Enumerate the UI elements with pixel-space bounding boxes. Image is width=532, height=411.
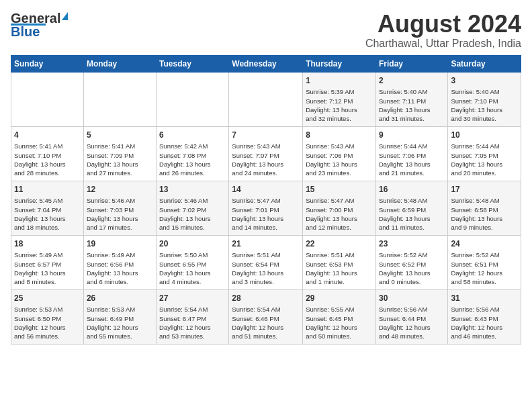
day-info: Sunrise: 5:54 AM Sunset: 6:47 PM Dayligh…: [159, 306, 211, 340]
title-block: August 2024 Charthawal, Uttar Pradesh, I…: [365, 11, 521, 50]
day-info: Sunrise: 5:40 AM Sunset: 7:11 PM Dayligh…: [379, 88, 431, 122]
day-number: 18: [14, 238, 81, 250]
day-info: Sunrise: 5:54 AM Sunset: 6:46 PM Dayligh…: [232, 306, 283, 340]
day-number: 1: [306, 75, 373, 87]
day-info: Sunrise: 5:43 AM Sunset: 7:06 PM Dayligh…: [306, 142, 357, 177]
day-info: Sunrise: 5:56 AM Sunset: 6:44 PM Dayligh…: [379, 306, 431, 340]
column-header-tuesday: Tuesday: [157, 55, 229, 72]
calendar-cell: 6Sunrise: 5:42 AM Sunset: 7:08 PM Daylig…: [157, 126, 229, 181]
day-info: Sunrise: 5:49 AM Sunset: 6:57 PM Dayligh…: [14, 251, 66, 285]
day-number: 27: [159, 293, 226, 304]
week-row-2: 4Sunrise: 5:41 AM Sunset: 7:10 PM Daylig…: [11, 126, 521, 181]
column-header-friday: Friday: [375, 55, 447, 72]
day-info: Sunrise: 5:48 AM Sunset: 6:58 PM Dayligh…: [451, 197, 502, 231]
calendar-cell: 23Sunrise: 5:52 AM Sunset: 6:52 PM Dayli…: [375, 235, 447, 289]
day-number: 15: [306, 184, 373, 195]
day-number: 11: [14, 184, 81, 195]
day-number: 17: [451, 184, 518, 195]
day-number: 9: [379, 130, 445, 141]
calendar-cell: 31Sunrise: 5:56 AM Sunset: 6:43 PM Dayli…: [448, 289, 521, 344]
day-number: 19: [87, 238, 153, 250]
day-info: Sunrise: 5:44 AM Sunset: 7:05 PM Dayligh…: [451, 142, 502, 177]
day-info: Sunrise: 5:55 AM Sunset: 6:45 PM Dayligh…: [306, 306, 357, 340]
day-info: Sunrise: 5:51 AM Sunset: 6:54 PM Dayligh…: [232, 251, 283, 285]
calendar-cell: 29Sunrise: 5:55 AM Sunset: 6:45 PM Dayli…: [303, 289, 376, 344]
day-number: 21: [232, 238, 300, 250]
day-info: Sunrise: 5:41 AM Sunset: 7:10 PM Dayligh…: [14, 142, 66, 177]
day-number: 13: [159, 184, 226, 195]
day-info: Sunrise: 5:46 AM Sunset: 7:02 PM Dayligh…: [159, 197, 211, 231]
day-number: 8: [306, 130, 373, 141]
day-number: 29: [306, 293, 373, 304]
page-title: August 2024: [365, 11, 521, 38]
calendar-cell: 10Sunrise: 5:44 AM Sunset: 7:05 PM Dayli…: [448, 126, 521, 181]
calendar-cell: 22Sunrise: 5:51 AM Sunset: 6:53 PM Dayli…: [303, 235, 376, 289]
day-info: Sunrise: 5:45 AM Sunset: 7:04 PM Dayligh…: [14, 197, 66, 231]
calendar-cell: 30Sunrise: 5:56 AM Sunset: 6:44 PM Dayli…: [375, 289, 447, 344]
calendar-cell: 4Sunrise: 5:41 AM Sunset: 7:10 PM Daylig…: [11, 126, 84, 181]
calendar-cell: 17Sunrise: 5:48 AM Sunset: 6:58 PM Dayli…: [448, 181, 521, 235]
day-info: Sunrise: 5:47 AM Sunset: 7:00 PM Dayligh…: [306, 197, 357, 231]
calendar-table: SundayMondayTuesdayWednesdayThursdayFrid…: [11, 55, 521, 345]
calendar-cell: 13Sunrise: 5:46 AM Sunset: 7:02 PM Dayli…: [157, 181, 229, 235]
logo: General Blue: [11, 11, 68, 40]
day-info: Sunrise: 5:39 AM Sunset: 7:12 PM Dayligh…: [306, 88, 357, 122]
calendar-cell: 12Sunrise: 5:46 AM Sunset: 7:03 PM Dayli…: [83, 181, 156, 235]
calendar-cell: 16Sunrise: 5:48 AM Sunset: 6:59 PM Dayli…: [375, 181, 447, 235]
calendar-cell: 24Sunrise: 5:52 AM Sunset: 6:51 PM Dayli…: [448, 235, 521, 289]
day-info: Sunrise: 5:44 AM Sunset: 7:06 PM Dayligh…: [379, 142, 431, 177]
calendar-cell: 25Sunrise: 5:53 AM Sunset: 6:50 PM Dayli…: [11, 289, 84, 344]
day-number: 3: [451, 75, 518, 87]
calendar-cell: 7Sunrise: 5:43 AM Sunset: 7:07 PM Daylig…: [229, 126, 303, 181]
calendar-cell: 28Sunrise: 5:54 AM Sunset: 6:46 PM Dayli…: [229, 289, 303, 344]
calendar-cell: 5Sunrise: 5:41 AM Sunset: 7:09 PM Daylig…: [83, 126, 156, 181]
day-info: Sunrise: 5:46 AM Sunset: 7:03 PM Dayligh…: [87, 197, 138, 231]
day-number: 24: [451, 238, 518, 250]
day-info: Sunrise: 5:42 AM Sunset: 7:08 PM Dayligh…: [159, 142, 211, 177]
day-info: Sunrise: 5:52 AM Sunset: 6:52 PM Dayligh…: [379, 251, 431, 285]
logo-blue: Blue: [11, 24, 40, 40]
calendar-cell: 18Sunrise: 5:49 AM Sunset: 6:57 PM Dayli…: [11, 235, 84, 289]
day-number: 28: [232, 293, 300, 304]
calendar-cell: [157, 72, 229, 126]
calendar-cell: 27Sunrise: 5:54 AM Sunset: 6:47 PM Dayli…: [157, 289, 229, 344]
page-subtitle: Charthawal, Uttar Pradesh, India: [365, 38, 521, 50]
day-number: 2: [379, 75, 445, 87]
day-number: 31: [451, 293, 518, 304]
day-info: Sunrise: 5:40 AM Sunset: 7:10 PM Dayligh…: [451, 88, 502, 122]
day-info: Sunrise: 5:47 AM Sunset: 7:01 PM Dayligh…: [232, 197, 283, 231]
day-info: Sunrise: 5:56 AM Sunset: 6:43 PM Dayligh…: [451, 306, 502, 340]
day-number: 12: [87, 184, 153, 195]
day-info: Sunrise: 5:43 AM Sunset: 7:07 PM Dayligh…: [232, 142, 283, 177]
calendar-cell: [83, 72, 156, 126]
day-info: Sunrise: 5:50 AM Sunset: 6:55 PM Dayligh…: [159, 251, 211, 285]
day-number: 20: [159, 238, 226, 250]
day-number: 26: [87, 293, 153, 304]
calendar-cell: 2Sunrise: 5:40 AM Sunset: 7:11 PM Daylig…: [375, 72, 447, 126]
day-info: Sunrise: 5:53 AM Sunset: 6:50 PM Dayligh…: [14, 306, 66, 340]
day-number: 6: [159, 130, 226, 141]
day-info: Sunrise: 5:53 AM Sunset: 6:49 PM Dayligh…: [87, 306, 138, 340]
day-number: 25: [14, 293, 81, 304]
calendar-cell: 3Sunrise: 5:40 AM Sunset: 7:10 PM Daylig…: [448, 72, 521, 126]
calendar-cell: 20Sunrise: 5:50 AM Sunset: 6:55 PM Dayli…: [157, 235, 229, 289]
week-row-1: 1Sunrise: 5:39 AM Sunset: 7:12 PM Daylig…: [11, 72, 521, 126]
day-info: Sunrise: 5:49 AM Sunset: 6:56 PM Dayligh…: [87, 251, 138, 285]
column-header-sunday: Sunday: [11, 55, 84, 72]
day-number: 30: [379, 293, 445, 304]
day-info: Sunrise: 5:41 AM Sunset: 7:09 PM Dayligh…: [87, 142, 138, 177]
calendar-cell: 1Sunrise: 5:39 AM Sunset: 7:12 PM Daylig…: [303, 72, 376, 126]
column-header-wednesday: Wednesday: [229, 55, 303, 72]
day-number: 22: [306, 238, 373, 250]
day-info: Sunrise: 5:51 AM Sunset: 6:53 PM Dayligh…: [306, 251, 357, 285]
day-info: Sunrise: 5:48 AM Sunset: 6:59 PM Dayligh…: [379, 197, 431, 231]
day-number: 16: [379, 184, 445, 195]
column-header-thursday: Thursday: [303, 55, 376, 72]
week-row-4: 18Sunrise: 5:49 AM Sunset: 6:57 PM Dayli…: [11, 235, 521, 289]
day-number: 7: [232, 130, 300, 141]
week-row-5: 25Sunrise: 5:53 AM Sunset: 6:50 PM Dayli…: [11, 289, 521, 344]
day-info: Sunrise: 5:52 AM Sunset: 6:51 PM Dayligh…: [451, 251, 502, 285]
calendar-cell: 8Sunrise: 5:43 AM Sunset: 7:06 PM Daylig…: [303, 126, 376, 181]
column-header-saturday: Saturday: [448, 55, 521, 72]
calendar-cell: 15Sunrise: 5:47 AM Sunset: 7:00 PM Dayli…: [303, 181, 376, 235]
